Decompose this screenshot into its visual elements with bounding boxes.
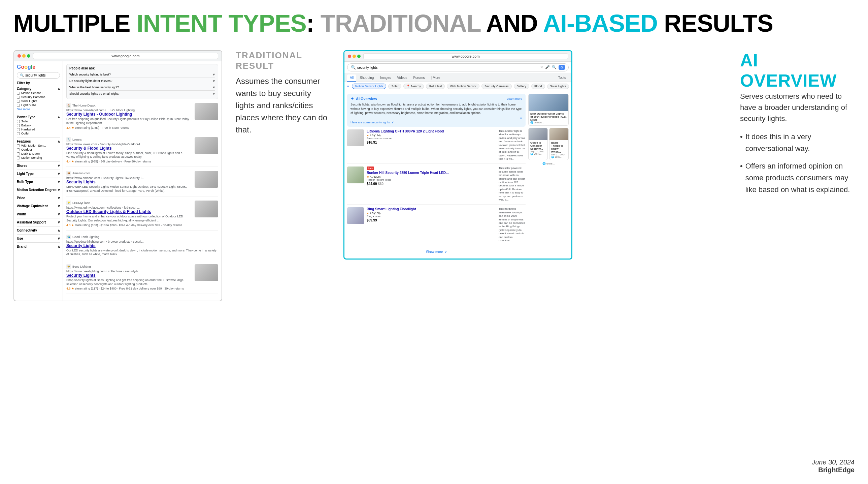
people-also-ask-box: People also ask Which security lighting … bbox=[66, 64, 218, 99]
ai-bullets: • It does this in a very conversational … bbox=[740, 131, 855, 196]
result-meta-1: 4.4 ★ store rating (935) · 3-5 day deliv… bbox=[66, 160, 218, 163]
category-checkbox-1[interactable] bbox=[17, 96, 20, 99]
tab-videos[interactable]: Videos bbox=[394, 75, 410, 82]
result-favicon-2: 📦 bbox=[66, 171, 71, 176]
chip-get-it-fast[interactable]: Get it fast bbox=[426, 84, 445, 89]
feature-item-1: Outdoor bbox=[21, 148, 32, 151]
voice-search-icon[interactable]: 🎤 bbox=[545, 65, 550, 70]
feature-checkbox-2[interactable] bbox=[17, 152, 20, 155]
tab-more[interactable]: | More bbox=[428, 75, 443, 82]
serp-search-bar[interactable]: 🔍 security lights bbox=[17, 72, 60, 79]
product-rating-2: ★ 4.5 (160) bbox=[367, 212, 496, 215]
filter-item[interactable]: Outdoor bbox=[17, 148, 60, 151]
ai-browser-url: www.google.com bbox=[363, 53, 568, 59]
ai-overview-header: ✦ AI Overview Learn more bbox=[350, 96, 522, 101]
ai-bullet-0: • It does this in a very conversational … bbox=[740, 131, 855, 154]
filter-item[interactable]: Outlet bbox=[17, 132, 60, 135]
serp-body: Google 🔍 security lights Filter by Categ… bbox=[14, 61, 221, 301]
result-favicon-3: 💡 bbox=[66, 201, 71, 205]
ai-card-2[interactable]: Basic Things to Know When... Dec 21, 201… bbox=[549, 128, 569, 160]
filter-item[interactable]: Solar bbox=[17, 120, 60, 123]
stores-label: Stores bbox=[17, 164, 27, 168]
paa-item-0[interactable]: Which security lighting is best?∨ bbox=[69, 72, 215, 78]
tab-images[interactable]: Images bbox=[377, 75, 394, 82]
category-checkbox-2[interactable] bbox=[17, 100, 20, 103]
ai-search-icon: 🔍 bbox=[351, 65, 356, 70]
ai-desc-text: Serves customers who need to have a broa… bbox=[740, 91, 855, 124]
result-favicon-1: 🔧 bbox=[66, 137, 71, 142]
tab-all[interactable]: All bbox=[347, 75, 356, 82]
chip-nearby[interactable]: 📍 Nearby bbox=[403, 84, 424, 89]
feature-checkbox-0[interactable] bbox=[17, 144, 20, 147]
power-checkbox-3[interactable] bbox=[17, 132, 20, 135]
category-checkbox-0[interactable] bbox=[17, 92, 20, 95]
title-part2: INTENT TYPES bbox=[137, 10, 306, 37]
serp-result-5: 🐝 Bees Lighting https://www.beeslighting… bbox=[66, 264, 218, 294]
ai-card-0[interactable]: Best Outdoor Solar Lights of 2024: Exper… bbox=[528, 94, 569, 126]
paa-item-2[interactable]: What is the best home security light?∨ bbox=[69, 84, 215, 91]
features-header: Features ∧ bbox=[17, 140, 60, 143]
power-checkbox-0[interactable] bbox=[17, 120, 20, 123]
chip-with-motion-sensor[interactable]: With Motion Sensor bbox=[447, 84, 479, 89]
filter-item[interactable]: Solar Lights bbox=[17, 99, 60, 103]
product-desc-0: This outdoor light is ideal for walkways… bbox=[499, 130, 526, 161]
filter-item[interactable]: Light Bulbs bbox=[17, 104, 60, 107]
motion-chevron: ∨ bbox=[58, 188, 60, 192]
chip-motion-sensor-lights[interactable]: Motion Sensor Lights bbox=[352, 84, 386, 89]
footer: June 30, 2024 BrightEdge bbox=[812, 458, 855, 474]
paa-item-3[interactable]: Should security lights be on all night?∨ bbox=[69, 91, 215, 97]
category-chevron: ∧ bbox=[58, 87, 60, 91]
filter-item[interactable]: Motion Sensing bbox=[17, 156, 60, 160]
filter-item[interactable]: Dusk to Dawn bbox=[17, 152, 60, 155]
clear-search-icon[interactable]: ✕ bbox=[540, 65, 543, 70]
product-title-2[interactable]: Ring Smart Lighting Floodlight bbox=[367, 207, 496, 211]
result-url-4: Good Earth Lighting bbox=[72, 235, 99, 239]
ai-search-bar[interactable]: 🔍 security lights ✕ 🎤 🔍 G bbox=[347, 63, 569, 72]
chip-solar-lights[interactable]: Solar Lights bbox=[547, 84, 569, 89]
assistant-label: Assistant Support bbox=[17, 221, 46, 224]
product-title-1[interactable]: Bunker Hill Security 2850 Lumen Triple H… bbox=[367, 171, 496, 175]
chip-solar[interactable]: Solar bbox=[388, 84, 401, 89]
serp-result-0: 🏠 The Home Depot https://www.homedepot.c… bbox=[66, 103, 218, 133]
product-source-0: Amazon.com + more bbox=[367, 137, 496, 140]
width-chevron: ∨ bbox=[58, 212, 60, 216]
paa-item-1[interactable]: Do security lights deter thieves?∨ bbox=[69, 78, 215, 84]
filter-item[interactable]: Security Cameras bbox=[17, 95, 60, 99]
chip-security-cameras[interactable]: Security Cameras bbox=[482, 84, 512, 89]
rating-value-1: 4.7 bbox=[370, 175, 373, 178]
filter-item[interactable]: Motion Sensor L... bbox=[17, 91, 60, 95]
serp-sidebar: Google 🔍 security lights Filter by Categ… bbox=[14, 61, 63, 301]
lens-search-icon[interactable]: 🔍 bbox=[552, 65, 557, 70]
expand-dot bbox=[27, 54, 30, 58]
chips-arrow[interactable]: › bbox=[571, 84, 571, 89]
filter-item[interactable]: With Motion Sen... bbox=[17, 144, 60, 147]
feature-checkbox-3[interactable] bbox=[17, 156, 20, 160]
serp-results-main: People also ask Which security lighting … bbox=[63, 61, 221, 301]
show-more-button[interactable]: Show more ∨ bbox=[347, 248, 526, 256]
filter-item[interactable]: Battery bbox=[17, 124, 60, 127]
result-title-4[interactable]: Security Lights bbox=[66, 243, 218, 248]
chip-flood[interactable]: Flood bbox=[531, 84, 545, 89]
google-search-button[interactable]: G bbox=[559, 65, 565, 70]
ai-overview-expand: ∨ bbox=[350, 117, 522, 120]
title-part6: AI-BASED bbox=[543, 10, 657, 37]
ai-learn-more-link[interactable]: Learn more bbox=[507, 97, 522, 101]
power-checkbox-1[interactable] bbox=[17, 124, 20, 127]
stores-header: Stores ∨ bbox=[17, 164, 60, 168]
ai-overview-text: Security lights, also known as flood lig… bbox=[350, 103, 522, 115]
filter-item[interactable]: Hardwired bbox=[17, 128, 60, 131]
category-checkbox-3[interactable] bbox=[17, 104, 20, 107]
show-more-label: Show more bbox=[426, 250, 443, 254]
browser-url: www.google.com bbox=[33, 53, 218, 59]
tab-shopping[interactable]: Shopping bbox=[357, 75, 376, 82]
chip-battery[interactable]: Battery bbox=[514, 84, 530, 89]
tab-forums[interactable]: Forums bbox=[411, 75, 428, 82]
feature-checkbox-1[interactable] bbox=[17, 148, 20, 151]
product-title-0[interactable]: Lithonia Lighting OFTH 300PR 120 2 Light… bbox=[367, 130, 496, 133]
expand-icon[interactable]: ∨ bbox=[520, 117, 522, 120]
search-query: security lights bbox=[25, 74, 46, 77]
see-more-link[interactable]: See more bbox=[17, 108, 60, 111]
power-checkbox-2[interactable] bbox=[17, 128, 20, 131]
tab-tools[interactable]: Tools bbox=[556, 75, 569, 82]
ai-card-1[interactable]: Guide to Consider Security... Sep 27, 20… bbox=[528, 128, 548, 160]
